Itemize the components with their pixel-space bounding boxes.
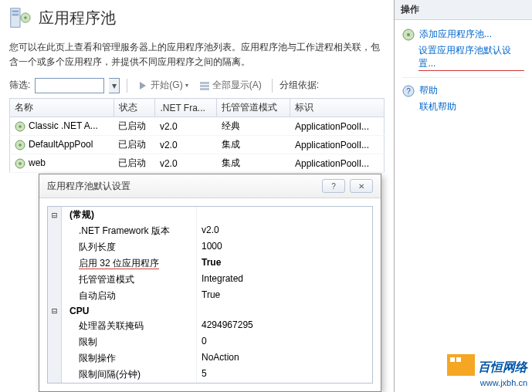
col-state[interactable]: 状态 [114,99,155,117]
svg-rect-6 [200,82,209,84]
add-pool-link[interactable]: 添加应用程序池... [419,28,492,41]
prop-label: 启用 32 位应用程序 [62,255,197,272]
server-icon [9,6,31,29]
svg-point-4 [24,16,27,19]
prop-label: .NET Framework 版本 [62,223,197,239]
watermark-logo: 百恒网络 www.jxbh.cn [427,354,527,387]
col-identity[interactable]: 标识 [290,99,385,117]
toolbar: 筛选: ▾ 开始(G) ▾ 全部显示(A) 分组依据: [9,77,385,93]
set-defaults-link[interactable]: 设置应用程序池默认设置... [418,44,524,71]
online-help-link[interactable]: 联机帮助 [419,100,456,113]
prop-value[interactable]: False [197,383,372,384]
logo-icon [447,354,475,376]
prop-value[interactable]: Integrated [197,272,372,288]
cell-mode: 集成 [217,154,290,173]
svg-point-12 [19,144,22,147]
prop-value[interactable]: 1000 [197,239,372,255]
svg-rect-8 [200,88,209,90]
logo-url: www.jxbh.cn [427,378,527,387]
cell-net: v2.0 [155,136,217,154]
svg-text:?: ? [406,87,411,96]
table-row[interactable]: web已启动v2.0集成ApplicationPoolI... [10,154,385,173]
svg-point-16 [407,33,410,36]
table-row[interactable]: Classic .NET A...已启动v2.0经典ApplicationPoo… [10,117,385,136]
filter-dropdown[interactable]: ▾ [109,78,120,93]
prop-category: (常规) [62,207,197,223]
cell-identity: ApplicationPoolI... [290,117,385,136]
add-pool-icon [402,29,415,41]
prop-label: 限制操作 [62,350,197,367]
prop-label: 队列长度 [62,239,197,255]
chevron-down-icon: ▾ [185,82,188,89]
table-row[interactable]: DefaultAppPool已启动v2.0集成ApplicationPoolI.… [10,136,385,154]
prop-label: 已启用处理器关联 [62,383,197,384]
cell-mode: 经典 [217,117,290,136]
svg-rect-1 [12,10,19,12]
help-link[interactable]: 帮助 [419,84,438,97]
logo-brand: 百恒网络 [478,360,527,376]
collapse-icon[interactable]: ⊟ [48,207,62,223]
app-pool-table: 名称 状态 .NET Fra... 托管管道模式 标识 Classic .NET… [9,98,385,173]
cell-identity: ApplicationPoolI... [290,154,385,173]
start-icon [137,80,148,91]
prop-label: 限制间隔(分钟) [62,367,197,383]
close-button[interactable]: ✕ [350,179,373,193]
dialog-title: 应用程序池默认设置 [47,180,130,193]
start-button[interactable]: 开始(G) ▾ [134,77,191,93]
col-name[interactable]: 名称 [10,99,114,117]
collapse-icon[interactable]: ⊟ [48,304,62,318]
actions-header: 操作 [395,0,532,20]
cell-state: 已启动 [114,136,155,154]
svg-marker-5 [140,82,146,90]
svg-rect-7 [200,85,209,87]
cell-name: DefaultAppPool [10,136,114,154]
svg-point-14 [19,162,22,165]
defaults-dialog: 应用程序池默认设置 ? ✕ ⊟(常规).NET Framework 版本v2.0… [39,174,381,392]
actions-panel: 操作 添加应用程序池... 设置应用程序池默认设置... ? 帮助 联机帮助 百… [394,0,532,392]
cell-net: v2.0 [155,154,217,173]
help-button[interactable]: ? [322,179,345,193]
showall-button[interactable]: 全部显示(A) [196,77,265,93]
prop-label: 限制 [62,334,197,350]
groupby-label: 分组依据: [280,79,319,92]
filter-label: 筛选: [9,79,30,92]
prop-value[interactable]: NoAction [197,350,372,367]
cell-state: 已启动 [114,117,155,136]
filter-input[interactable] [35,78,104,93]
cell-mode: 集成 [217,136,290,154]
cell-identity: ApplicationPoolI... [290,136,385,154]
prop-label: 托管管道模式 [62,272,197,288]
page-description: 您可以在此页上查看和管理服务器上的应用程序池列表。应用程序池与工作进程相关联，包… [9,40,385,69]
property-grid[interactable]: ⊟(常规).NET Framework 版本v2.0队列长度1000启用 32 … [47,206,373,384]
showall-icon [199,80,210,91]
prop-category: CPU [62,304,197,318]
prop-label: 自动启动 [62,288,197,304]
prop-value[interactable]: 5 [197,367,372,383]
cell-name: Classic .NET A... [10,117,114,136]
prop-value[interactable]: True [197,288,372,304]
prop-value[interactable]: 0 [197,334,372,350]
help-icon: ? [402,85,415,97]
cell-net: v2.0 [155,117,217,136]
prop-value[interactable]: True [197,255,372,272]
cell-state: 已启动 [114,154,155,173]
prop-value[interactable]: v2.0 [197,223,372,239]
prop-label: 处理器关联掩码 [62,318,197,334]
cell-name: web [10,154,114,173]
page-title: 应用程序池 [39,8,116,29]
col-mode[interactable]: 托管管道模式 [217,99,290,117]
svg-rect-2 [12,14,19,16]
col-net[interactable]: .NET Fra... [155,99,217,117]
prop-value[interactable]: 4294967295 [197,318,372,334]
start-label: 开始(G) [151,79,182,92]
svg-point-10 [19,125,22,128]
showall-label: 全部显示(A) [212,79,262,92]
